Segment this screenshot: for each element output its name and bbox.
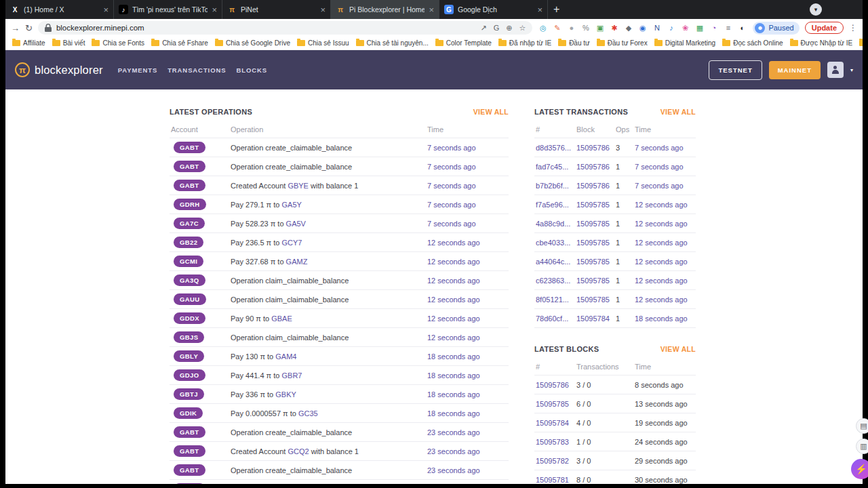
account-badge[interactable]: GABT — [174, 180, 205, 191]
account-link[interactable]: GCY7 — [281, 239, 302, 247]
account-badge[interactable]: GBJS — [174, 331, 204, 343]
nav-blocks[interactable]: BLOCKS — [236, 66, 267, 74]
tab-close-icon[interactable]: × — [103, 5, 108, 15]
operation-time[interactable]: 23 seconds ago — [427, 447, 510, 455]
account-badge[interactable]: GA3Q — [174, 274, 205, 286]
operation-time[interactable]: 18 seconds ago — [427, 371, 510, 380]
block-link[interactable]: 15095785 — [536, 400, 576, 408]
operation-time[interactable]: 7 seconds ago — [427, 220, 510, 228]
extension-icon-6[interactable]: ✱ — [609, 24, 619, 33]
account-badge[interactable]: GDJO — [174, 369, 205, 381]
bookmark-item[interactable]: Digital Marketing — [654, 39, 715, 47]
block-link[interactable]: 15095786 — [536, 381, 576, 389]
messenger-chat-button[interactable]: ⚡ — [851, 459, 868, 479]
browser-menu-icon[interactable]: ⋮ — [849, 23, 857, 33]
nav-payments[interactable]: PAYMENTS — [118, 66, 157, 74]
operation-time[interactable]: 18 seconds ago — [427, 390, 510, 399]
account-link[interactable]: GAMZ — [286, 258, 308, 266]
browser-tab[interactable]: πPi Blockexplorer | Home× — [331, 0, 439, 19]
extension-icon-9[interactable]: N — [652, 24, 662, 32]
account-link[interactable]: GA5Y — [281, 201, 301, 209]
transaction-hash-link[interactable]: f7a5e96... — [536, 201, 576, 209]
extension-icon-15[interactable]: ◐ — [737, 24, 747, 32]
block-link[interactable]: 15095784 — [576, 314, 616, 323]
transaction-time[interactable]: 12 seconds ago — [635, 277, 697, 285]
bookmark-item[interactable]: Color Template — [435, 39, 492, 47]
operations-view-all-link[interactable]: VIEW ALL — [473, 108, 509, 116]
account-badge[interactable]: GABT — [174, 445, 205, 457]
extension-icon-4[interactable]: % — [580, 24, 591, 32]
transaction-time[interactable]: 12 seconds ago — [635, 239, 697, 247]
browser-tab[interactable]: GGoogle Dịch× — [439, 0, 548, 19]
bookmark-item[interactable]: Affiliate — [12, 39, 45, 47]
transaction-time[interactable]: 12 seconds ago — [635, 201, 697, 209]
chevron-down-icon[interactable]: ▾ — [850, 67, 853, 73]
account-badge[interactable]: GDRH — [174, 199, 206, 210]
pi-logo-icon[interactable]: π — [15, 62, 30, 77]
account-badge[interactable]: GA7C — [174, 218, 205, 229]
transaction-time[interactable]: 7 seconds ago — [635, 182, 697, 190]
account-badge[interactable]: GABT — [174, 483, 205, 484]
operation-time[interactable]: 23 seconds ago — [427, 466, 510, 474]
widget-button-1[interactable]: ▤ — [856, 418, 868, 434]
block-link[interactable]: 15095782 — [536, 457, 576, 465]
operation-time[interactable]: 12 seconds ago — [427, 258, 510, 266]
bookmark-item[interactable]: Đọc sách Online — [722, 39, 783, 47]
bookmark-star-icon[interactable]: ☆ — [519, 24, 526, 33]
account-link[interactable]: GBR7 — [281, 371, 302, 380]
operation-time[interactable]: 18 seconds ago — [427, 352, 510, 361]
block-link[interactable]: 15095786 — [576, 182, 616, 190]
block-link[interactable]: 15095785 — [576, 220, 616, 228]
extension-icon-10[interactable]: ♪ — [666, 24, 676, 32]
account-badge[interactable]: GDIK — [174, 407, 203, 419]
transaction-time[interactable]: 18 seconds ago — [635, 314, 697, 323]
user-avatar[interactable] — [827, 62, 844, 78]
extension-icon-5[interactable]: ▣ — [595, 24, 605, 33]
account-badge[interactable]: GBLY — [174, 350, 204, 362]
operation-time[interactable]: 12 seconds ago — [427, 314, 510, 323]
site-brand[interactable]: blockexplorer — [35, 64, 103, 77]
testnet-button[interactable]: TESTNET — [709, 60, 762, 80]
account-badge[interactable]: GDDX — [174, 312, 205, 324]
blocks-view-all-link[interactable]: VIEW ALL — [660, 345, 696, 353]
operation-time[interactable]: 12 seconds ago — [427, 277, 510, 285]
transaction-hash-link[interactable]: 4a88c9d... — [536, 220, 576, 228]
operation-time[interactable]: 18 seconds ago — [427, 409, 510, 418]
operation-time[interactable]: 12 seconds ago — [427, 239, 510, 247]
bookmark-item[interactable]: Chia sẻ Issuu — [297, 39, 349, 47]
block-link[interactable]: 15095784 — [536, 419, 576, 427]
extension-icon-2[interactable]: ✎ — [552, 24, 562, 33]
transaction-hash-link[interactable]: d8d3576... — [536, 144, 576, 152]
block-link[interactable]: 15095783 — [536, 438, 576, 446]
nav-transactions[interactable]: TRANSACTIONS — [167, 66, 226, 74]
account-link[interactable]: GBAE — [271, 314, 292, 323]
mainnet-button[interactable]: MAINNET — [769, 61, 821, 79]
profile-paused-chip[interactable]: ☻ Paused — [753, 22, 799, 35]
bookmark-item[interactable]: Chia se Fonts — [92, 39, 144, 47]
account-badge[interactable]: GABT — [174, 142, 205, 153]
account-link[interactable]: GBKY — [275, 390, 296, 399]
transaction-hash-link[interactable]: 8f05121... — [536, 296, 576, 304]
extension-icon-13[interactable]: ◔ — [709, 24, 719, 32]
share-icon[interactable]: ↗ — [481, 24, 487, 33]
transaction-hash-link[interactable]: b7b2b6f... — [536, 182, 576, 190]
operation-time[interactable]: 7 seconds ago — [427, 144, 510, 152]
transaction-time[interactable]: 12 seconds ago — [635, 296, 697, 304]
transaction-time[interactable]: 7 seconds ago — [635, 144, 697, 152]
account-badge[interactable]: GBTJ — [174, 388, 204, 400]
transaction-hash-link[interactable]: c623863... — [536, 277, 576, 285]
operation-time[interactable]: 23 seconds ago — [427, 428, 510, 436]
block-link[interactable]: 15095785 — [576, 258, 616, 266]
account-link[interactable]: GA5V — [286, 220, 306, 228]
extension-icon-1[interactable]: ◎ — [538, 24, 548, 33]
operation-time[interactable]: 12 seconds ago — [427, 333, 510, 342]
bookmark-item[interactable]: Bài viết — [52, 39, 85, 47]
browser-tab[interactable]: πPiNet× — [222, 0, 331, 19]
bookmark-item[interactable]: Đã nhập từ IE — [498, 39, 551, 47]
block-link[interactable]: 15095781 — [536, 476, 576, 484]
tab-close-icon[interactable]: × — [537, 5, 542, 15]
transactions-view-all-link[interactable]: VIEW ALL — [660, 108, 696, 116]
tab-search-button[interactable]: ▾ — [810, 3, 822, 16]
install-icon[interactable]: ⊕ — [506, 24, 512, 33]
extension-icon-12[interactable]: ▦ — [694, 24, 705, 33]
